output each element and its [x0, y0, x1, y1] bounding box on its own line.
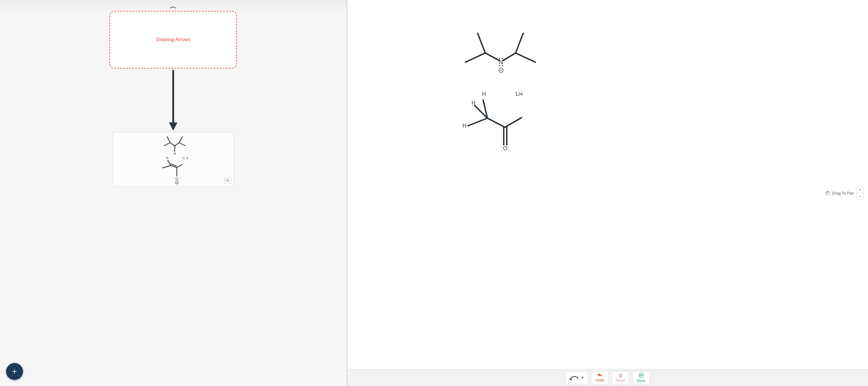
atom-H-1: H	[482, 91, 486, 97]
svg-point-36	[499, 58, 500, 59]
canvas-toolbar: + Undo Reset Done	[347, 369, 868, 386]
reaction-arrow-wrap	[0, 68, 347, 132]
svg-line-45	[487, 118, 505, 127]
svg-line-29	[478, 33, 485, 53]
undo-icon	[597, 373, 603, 378]
undo-label: Undo	[595, 378, 604, 382]
left-panel: ︿ Drawing Arrows N H H	[0, 0, 347, 386]
svg-line-32	[516, 33, 523, 53]
curved-arrow-tool-button[interactable]: +	[565, 372, 588, 384]
svg-line-14	[168, 160, 171, 166]
reaction-arrow-icon	[167, 68, 179, 132]
magnifier-plus-icon	[226, 179, 229, 182]
undo-button[interactable]: Undo	[591, 372, 609, 384]
drag-to-pan-label: Drag To Pan	[825, 190, 854, 196]
curved-arrow-icon	[569, 375, 580, 381]
atom-H-3: H	[463, 123, 466, 129]
svg-line-31	[485, 53, 499, 61]
done-button[interactable]: Done	[632, 372, 650, 384]
trash-icon	[618, 373, 623, 378]
zoom-out-button[interactable]: −	[857, 193, 863, 200]
minus-icon: −	[859, 194, 861, 199]
svg-point-39	[502, 65, 503, 66]
svg-line-3	[164, 143, 170, 146]
done-label: Done	[637, 379, 645, 383]
svg-point-37	[502, 58, 503, 59]
svg-line-18	[177, 165, 182, 168]
zoom-controls: + −	[857, 186, 864, 200]
product-thumbnail[interactable]: N H H Li ⊕ H :O: ﹀	[113, 132, 234, 187]
svg-point-38	[499, 65, 500, 66]
molecule-top: N	[460, 24, 545, 76]
atom-H-2: H	[472, 100, 475, 106]
svg-text:H: H	[174, 152, 176, 155]
right-panel: N	[347, 0, 868, 386]
reset-label: Reset	[616, 378, 625, 383]
svg-text:Li: Li	[182, 156, 185, 160]
atom-O: :O:	[501, 145, 509, 152]
molecule-bottom	[454, 85, 538, 154]
thumbnail-zoom-button[interactable]	[224, 177, 231, 184]
hand-icon	[825, 190, 830, 196]
scroll-up-caret[interactable]: ︿	[170, 3, 177, 10]
svg-line-2	[167, 137, 170, 143]
svg-line-44	[468, 118, 487, 126]
drawing-arrows-label: Drawing Arrows	[156, 37, 190, 42]
svg-line-46	[505, 117, 522, 127]
thumbnail-molecule: N H H Li ⊕ H :O: ﹀	[149, 134, 197, 185]
svg-marker-1	[169, 122, 178, 131]
svg-line-34	[503, 53, 516, 61]
add-fab-button[interactable]: +	[6, 363, 23, 380]
svg-text:﹀: ﹀	[175, 182, 179, 185]
svg-line-26	[228, 181, 229, 182]
reset-button[interactable]: Reset	[612, 372, 629, 384]
svg-line-15	[164, 166, 171, 168]
svg-line-33	[516, 53, 535, 62]
svg-line-6	[179, 143, 185, 146]
svg-text:H: H	[162, 166, 164, 169]
drawing-canvas[interactable]: N	[347, 0, 868, 386]
svg-text::O:: :O:	[175, 177, 179, 181]
check-circle-icon	[639, 373, 644, 378]
plus-icon: +	[859, 187, 861, 192]
svg-line-5	[179, 137, 182, 143]
plus-icon: +	[581, 375, 584, 381]
svg-text:⊕: ⊕	[186, 156, 188, 160]
svg-line-30	[466, 53, 485, 62]
svg-text:N: N	[499, 59, 503, 65]
zoom-in-button[interactable]: +	[857, 186, 863, 193]
plus-icon: +	[12, 366, 17, 376]
atom-Li: Li⊕	[516, 91, 523, 97]
pan-controls: Drag To Pan + −	[825, 186, 864, 200]
drawing-arrows-slot[interactable]: Drawing Arrows	[110, 11, 237, 68]
svg-text:H: H	[166, 156, 168, 160]
svg-text:N: N	[174, 145, 176, 149]
